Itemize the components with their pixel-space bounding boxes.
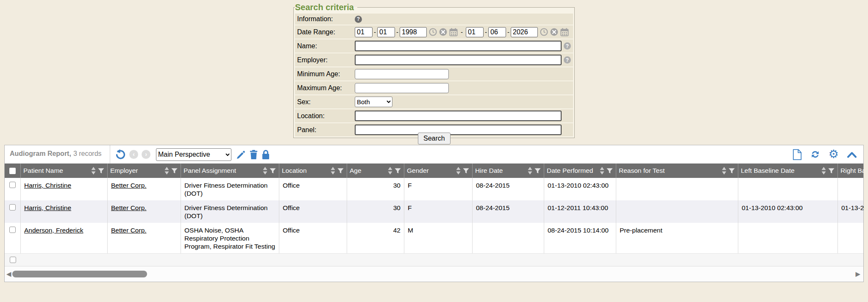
lock-icon[interactable] [262,150,270,160]
column-header-reason_for_test[interactable]: Reason for Test [616,163,738,178]
help-icon[interactable]: ? [564,56,571,64]
help-icon[interactable]: ? [564,42,571,50]
filter-icon[interactable] [337,167,344,175]
select-all-header-cell[interactable] [5,163,21,178]
sort-icon[interactable] [456,166,461,175]
scroll-left-arrow[interactable]: ◀ [6,270,11,278]
time-icon[interactable] [540,28,548,36]
date-range-label: Date Range: [297,28,355,36]
row-checkbox[interactable] [9,227,16,233]
minimum-age-label: Minimum Age: [297,70,355,78]
filter-icon[interactable] [462,167,470,175]
sort-icon[interactable] [599,166,605,175]
clear-date-icon[interactable] [439,28,447,36]
table-header-row: Patient NameEmployerPanel AssignmentLoca… [5,163,863,178]
column-header-age[interactable]: Age [347,163,404,178]
filter-icon[interactable] [728,167,735,175]
column-header-location[interactable]: Location [279,163,347,178]
column-header-employer[interactable]: Employer [108,163,181,178]
cell-date_performed: 08-24-2015 10:14:00 [544,223,616,253]
sort-icon[interactable] [330,166,336,175]
filter-icon[interactable] [606,167,613,175]
horizontal-scrollbar[interactable]: ◀ ▶ [5,266,863,282]
scrollbar-thumb[interactable] [12,271,147,277]
column-header-left_baseline_date[interactable]: Left Baseline Date [738,163,838,178]
employer-link[interactable]: Better Corp. [111,227,147,234]
sort-icon[interactable] [527,166,533,175]
table-row: Anderson, FrederickBetter Corp.OSHA Nois… [5,223,863,253]
search-button[interactable]: Search [418,133,451,144]
column-header-patient_name[interactable]: Patient Name [21,163,108,178]
document-icon[interactable] [793,149,802,160]
date-to-part1-input[interactable] [466,27,484,37]
sort-icon[interactable] [262,166,268,175]
sort-icon[interactable] [387,166,393,175]
edit-pencil-icon[interactable] [236,150,246,159]
cell-employer: Better Corp. [108,200,181,223]
filter-icon[interactable] [171,167,178,175]
employer-link[interactable]: Better Corp. [111,182,147,189]
filter-icon[interactable] [97,167,105,175]
range-separator: - [461,28,463,36]
cell-left_baseline_date [738,178,838,200]
column-label: Panel Assignment [184,167,236,175]
delete-trash-icon[interactable] [249,150,258,159]
employer-label: Employer: [297,56,355,64]
next-perspective-icon[interactable]: › [142,150,150,159]
employer-link[interactable]: Better Corp. [111,204,147,211]
undo-icon[interactable] [115,149,126,160]
sort-icon[interactable] [821,166,826,175]
sort-icon[interactable] [164,166,170,175]
name-input[interactable] [355,41,562,51]
sort-icon[interactable] [91,166,96,175]
calendar-icon[interactable] [560,28,569,36]
help-icon[interactable]: ? [355,16,362,23]
select-all-checkbox[interactable] [9,168,16,174]
cell-gender: M [404,223,473,253]
time-icon[interactable] [429,28,437,36]
column-header-right_baseline_date[interactable]: Right Baseline Date [838,163,864,178]
date-to-part3-input[interactable] [511,27,538,37]
toolbar-right-icons: ⚙ [793,149,863,160]
filter-icon[interactable] [828,167,835,175]
filter-icon[interactable] [394,167,401,175]
column-header-panel_assignment[interactable]: Panel Assignment [181,163,279,178]
collapse-chevron-up-icon[interactable] [847,151,857,158]
date-from-part1-input[interactable] [355,27,373,37]
form-row-information: Information: ? [295,14,573,25]
report-title-area: Audiogram Report, 3 records [5,145,110,163]
filter-icon[interactable] [534,167,541,175]
calendar-icon[interactable] [449,28,458,36]
patient_name-link[interactable]: Harris, Christine [24,204,71,211]
form-row-name: Name: ? [295,39,573,53]
scroll-right-arrow[interactable]: ▶ [855,270,860,278]
maximum-age-input[interactable] [355,83,449,93]
panel-input[interactable] [355,125,562,135]
footer-checkbox[interactable] [10,257,16,263]
perspective-select[interactable]: Main Perspective [156,148,231,161]
form-row-date-range: Date Range: - - - - - [295,25,573,39]
column-header-gender[interactable]: Gender [404,163,473,178]
cell-age: 30 [347,178,404,200]
row-checkbox[interactable] [9,204,16,211]
date-from-part3-input[interactable] [400,27,427,37]
patient_name-link[interactable]: Harris, Christine [24,182,71,189]
location-input[interactable] [355,111,562,121]
gear-icon[interactable]: ⚙ [829,149,839,160]
clear-date-icon[interactable] [550,28,558,36]
refresh-icon[interactable] [810,149,821,160]
date-from-part2-input[interactable] [377,27,395,37]
employer-input[interactable] [355,55,562,65]
prev-perspective-icon[interactable]: ‹ [129,150,138,159]
date-to-part2-input[interactable] [488,27,506,37]
patient_name-link[interactable]: Anderson, Frederick [24,227,83,234]
table-row: Harris, ChristineBetter Corp.Driver Fitn… [5,178,863,200]
date-dash: - [485,28,487,36]
sex-select[interactable]: Both [355,97,392,107]
row-checkbox[interactable] [9,182,16,188]
column-header-date_performed[interactable]: Date Performed [544,163,616,178]
filter-icon[interactable] [269,167,276,175]
column-header-hire_date[interactable]: Hire Date [473,163,544,178]
minimum-age-input[interactable] [355,69,449,79]
sort-icon[interactable] [721,166,727,175]
